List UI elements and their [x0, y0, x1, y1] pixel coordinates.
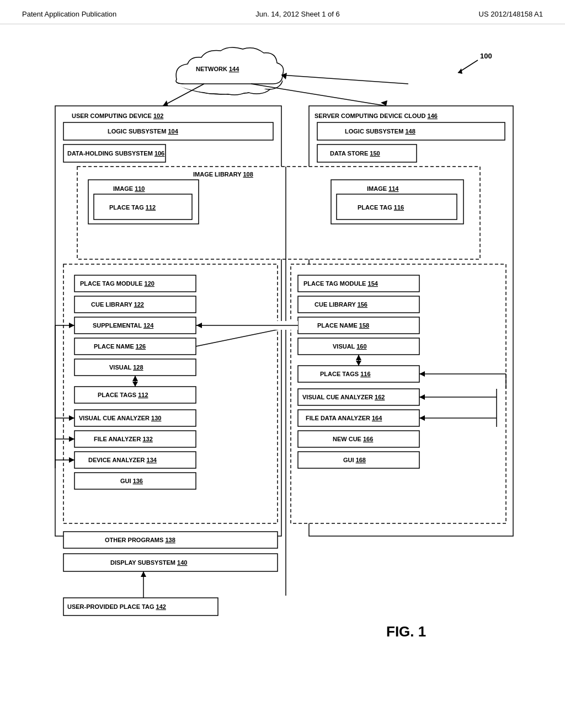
svg-text:SUPPLEMENTAL 124: SUPPLEMENTAL 124: [93, 322, 154, 329]
svg-text:FILE DATA ANALYZER 164: FILE DATA ANALYZER 164: [306, 415, 382, 421]
svg-text:IMAGE LIBRARY 108: IMAGE LIBRARY 108: [193, 171, 253, 178]
svg-text:CUE LIBRARY 156: CUE LIBRARY 156: [315, 301, 367, 308]
svg-text:FILE ANALYZER 132: FILE ANALYZER 132: [94, 436, 153, 442]
svg-text:DEVICE ANALYZER 134: DEVICE ANALYZER 134: [88, 457, 157, 463]
svg-text:DATA STORE 150: DATA STORE 150: [330, 150, 380, 157]
svg-text:OTHER PROGRAMS 138: OTHER PROGRAMS 138: [105, 537, 175, 543]
patent-header: Patent Application Publication Jun. 14, …: [0, 0, 565, 24]
svg-text:IMAGE 114: IMAGE 114: [367, 185, 399, 192]
svg-text:GUI 136: GUI 136: [120, 478, 143, 484]
header-right: US 2012/148158 A1: [479, 10, 543, 18]
svg-text:FIG. 1: FIG. 1: [386, 623, 426, 640]
svg-text:VISUAL CUE ANALYZER 162: VISUAL CUE ANALYZER 162: [302, 394, 385, 400]
svg-text:100: 100: [480, 52, 492, 60]
svg-text:PLACE TAG MODULE 154: PLACE TAG MODULE 154: [303, 280, 379, 287]
svg-text:LOGIC SUBSYSTEM 148: LOGIC SUBSYSTEM 148: [345, 128, 415, 135]
svg-text:CUE LIBRARY 122: CUE LIBRARY 122: [91, 301, 144, 308]
svg-text:GUI 168: GUI 168: [343, 457, 366, 463]
svg-text:DISPLAY SUBSYSTEM 140: DISPLAY SUBSYSTEM 140: [110, 559, 187, 566]
svg-text:USER-PROVIDED PLACE TAG 142: USER-PROVIDED PLACE TAG 142: [67, 603, 166, 610]
svg-text:PLACE TAG 112: PLACE TAG 112: [109, 204, 156, 211]
svg-text:VISUAL 128: VISUAL 128: [109, 364, 143, 371]
svg-text:IMAGE 110: IMAGE 110: [113, 185, 145, 192]
svg-marker-2: [458, 68, 462, 74]
svg-text:VISUAL 160: VISUAL 160: [333, 343, 367, 350]
svg-text:PLACE TAGS 112: PLACE TAGS 112: [98, 392, 148, 398]
svg-text:NETWORK 144: NETWORK 144: [196, 66, 239, 72]
svg-text:PLACE TAGS 116: PLACE TAGS 116: [320, 371, 371, 377]
svg-text:SERVER COMPUTING DEVICE CLOUD : SERVER COMPUTING DEVICE CLOUD 146: [315, 113, 438, 119]
svg-text:DATA-HOLDING SUBSYSTEM 106: DATA-HOLDING SUBSYSTEM 106: [67, 150, 164, 157]
svg-text:USER COMPUTING DEVICE 102: USER COMPUTING DEVICE 102: [72, 113, 163, 119]
svg-text:VISUAL CUE ANALYZER 130: VISUAL CUE ANALYZER 130: [79, 415, 161, 421]
svg-text:PLACE TAG MODULE 120: PLACE TAG MODULE 120: [80, 280, 154, 287]
svg-text:LOGIC SUBSYSTEM 104: LOGIC SUBSYSTEM 104: [108, 128, 179, 135]
svg-line-13: [251, 84, 386, 106]
header-center: Jun. 14, 2012 Sheet 1 of 6: [255, 10, 340, 18]
svg-text:PLACE NAME 126: PLACE NAME 126: [94, 343, 146, 350]
svg-text:PLACE TAG 116: PLACE TAG 116: [358, 204, 404, 211]
svg-text:PLACE NAME 158: PLACE NAME 158: [317, 322, 369, 329]
svg-text:NEW CUE 166: NEW CUE 166: [333, 436, 373, 442]
diagram-area: 100 NETWORK 144: [0, 24, 565, 719]
svg-line-15: [281, 75, 408, 84]
header-left: Patent Application Publication: [22, 10, 116, 18]
svg-marker-92: [141, 571, 146, 577]
